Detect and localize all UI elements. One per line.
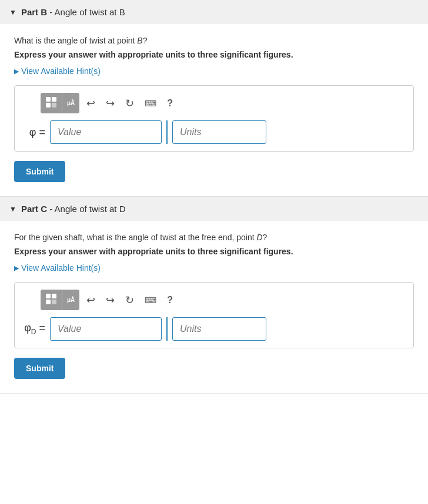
svg-rect-1	[52, 97, 56, 102]
part-b-instruction: Express your answer with appropriate uni…	[14, 50, 414, 59]
part-b-divider	[166, 120, 168, 144]
svg-rect-2	[46, 103, 51, 107]
grid-icon	[45, 96, 57, 108]
part-b-submit-button[interactable]: Submit	[14, 161, 65, 182]
part-b-toolbar: μÅ ↩ ↪ ↻ ⌨ ?	[41, 93, 406, 113]
part-c-grid-button[interactable]	[41, 290, 62, 310]
part-c-undo-button[interactable]: ↩	[83, 293, 99, 308]
part-b-mu-button[interactable]: μÅ	[62, 93, 79, 113]
part-c-grid-icon	[45, 293, 57, 305]
part-b-refresh-button[interactable]: ↻	[122, 96, 138, 111]
svg-rect-3	[52, 103, 56, 107]
part-b-title: Part B - Angle of twist at B	[21, 7, 125, 17]
part-b-undo-button[interactable]: ↩	[83, 96, 99, 111]
part-c-hints-link[interactable]: ▶ View Available Hint(s)	[14, 263, 414, 273]
part-b-phi-label: φ =	[22, 126, 45, 139]
svg-rect-6	[46, 300, 51, 304]
part-c-value-input[interactable]	[50, 317, 162, 341]
part-c-help-button[interactable]: ?	[163, 293, 176, 308]
part-c-hints-arrow-icon: ▶	[14, 264, 19, 272]
part-c-content: For the given shaft, what is the angle o…	[0, 221, 428, 393]
part-c-instruction: Express your answer with appropriate uni…	[14, 247, 414, 256]
part-c-keyboard-button[interactable]: ⌨	[141, 294, 160, 307]
part-b-units-input[interactable]	[172, 120, 266, 144]
part-b-redo-button[interactable]: ↪	[102, 96, 118, 111]
part-b-point: B	[137, 36, 142, 45]
part-c-toolbar: μÅ ↩ ↪ ↻ ⌨ ?	[41, 290, 406, 310]
part-b-header[interactable]: ▼ Part B - Angle of twist at B	[0, 0, 428, 24]
part-b-chevron-icon: ▼	[9, 8, 16, 16]
part-b-hints-label: View Available Hint(s)	[21, 66, 101, 76]
part-c-title: Part C - Angle of twist at D	[21, 204, 126, 214]
part-c-question: For the given shaft, what is the angle o…	[14, 233, 414, 242]
part-c-units-input[interactable]	[172, 317, 266, 341]
part-c-chevron-icon: ▼	[9, 205, 16, 213]
part-b-question: What is the angle of twist at point B?	[14, 36, 414, 45]
part-b-content: What is the angle of twist at point B? E…	[0, 24, 428, 196]
part-c-divider	[166, 317, 168, 341]
part-b-section: ▼ Part B - Angle of twist at B What is t…	[0, 0, 428, 197]
svg-rect-5	[52, 294, 56, 298]
svg-rect-7	[52, 300, 56, 304]
part-c-answer-box: μÅ ↩ ↪ ↻ ⌨ ? φD =	[14, 282, 414, 348]
part-b-prefix: Part B	[21, 7, 47, 17]
part-c-point: D	[256, 233, 262, 242]
part-c-input-row: φD =	[22, 317, 406, 341]
part-c-hints-label: View Available Hint(s)	[21, 263, 101, 273]
part-c-mu-button[interactable]: μÅ	[62, 290, 79, 310]
svg-rect-0	[46, 97, 51, 102]
part-b-value-input[interactable]	[50, 120, 162, 144]
part-b-keyboard-button[interactable]: ⌨	[141, 97, 160, 110]
part-b-matrix-group[interactable]: μÅ	[41, 93, 79, 113]
part-c-prefix: Part C	[21, 204, 47, 214]
svg-rect-4	[46, 294, 51, 298]
part-c-section: ▼ Part C - Angle of twist at D For the g…	[0, 197, 428, 394]
part-b-grid-button[interactable]	[41, 93, 62, 113]
hints-arrow-icon: ▶	[14, 68, 19, 75]
part-c-matrix-group[interactable]: μÅ	[41, 290, 79, 310]
part-c-header[interactable]: ▼ Part C - Angle of twist at D	[0, 197, 428, 221]
part-b-input-row: φ =	[22, 120, 406, 144]
part-c-redo-button[interactable]: ↪	[102, 293, 118, 308]
part-b-hints-link[interactable]: ▶ View Available Hint(s)	[14, 66, 414, 76]
part-c-phi-label: φD =	[22, 322, 45, 336]
part-c-refresh-button[interactable]: ↻	[122, 293, 138, 308]
part-b-help-button[interactable]: ?	[163, 96, 176, 111]
part-b-answer-box: μÅ ↩ ↪ ↻ ⌨ ? φ =	[14, 85, 414, 152]
part-c-submit-button[interactable]: Submit	[14, 358, 65, 379]
